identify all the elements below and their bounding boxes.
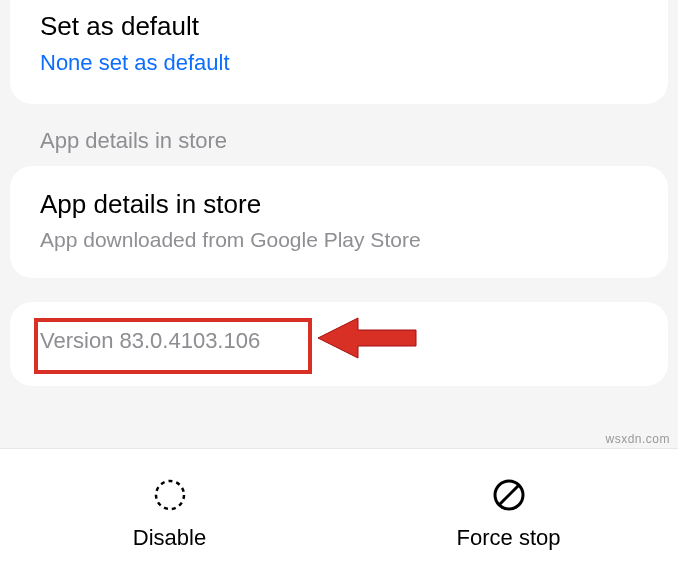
set-as-default-subtitle: None set as default — [40, 50, 638, 76]
set-as-default-row[interactable]: Set as default None set as default — [10, 0, 668, 104]
disable-button[interactable]: Disable — [0, 449, 339, 576]
svg-line-4 — [499, 485, 518, 504]
bottom-action-bar: Disable Force stop — [0, 448, 678, 576]
svg-point-2 — [156, 481, 184, 509]
set-as-default-title: Set as default — [40, 10, 638, 44]
app-details-title: App details in store — [40, 188, 638, 222]
force-stop-prohibit-icon — [489, 475, 529, 515]
app-details-subtitle: App downloaded from Google Play Store — [40, 228, 638, 252]
app-details-row[interactable]: App details in store App downloaded from… — [10, 166, 668, 278]
version-row: Version 83.0.4103.106 — [10, 302, 668, 386]
disable-dashed-circle-icon — [150, 475, 190, 515]
watermark-text: wsxdn.com — [605, 432, 670, 446]
version-text: Version 83.0.4103.106 — [40, 328, 638, 354]
app-details-section-header: App details in store — [0, 104, 678, 166]
force-stop-label: Force stop — [457, 525, 561, 551]
force-stop-button[interactable]: Force stop — [339, 449, 678, 576]
disable-label: Disable — [133, 525, 206, 551]
